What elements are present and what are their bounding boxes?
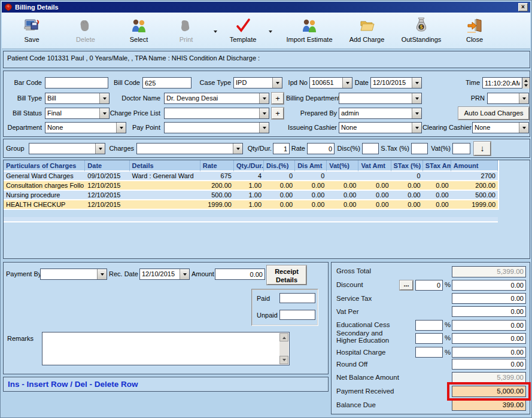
save-button[interactable]: Save [5, 15, 58, 43]
secondary-higher-input[interactable] [452, 333, 526, 344]
table-row[interactable]: Nursing procedure12/10/2015500.001.000.0… [4, 191, 498, 200]
amount-input[interactable] [215, 269, 265, 280]
doctor-name-combo[interactable]: Dr. Devang Desai [164, 93, 269, 104]
dropdown-arrow-icon[interactable] [259, 93, 269, 103]
disc-input[interactable] [362, 143, 379, 154]
col-date[interactable]: Date [85, 160, 129, 172]
select-button[interactable]: Select [113, 15, 165, 43]
discount-value-input[interactable] [452, 280, 526, 291]
dropdown-arrow-icon[interactable] [272, 78, 282, 88]
cell[interactable]: 0.00 [327, 181, 358, 191]
dropdown-arrow-icon[interactable] [95, 144, 105, 154]
educational-cess-pct-input[interactable] [415, 320, 443, 331]
col-vat-pct[interactable]: Vat(%) [327, 160, 358, 172]
spin-down-icon[interactable] [522, 83, 530, 89]
case-type-combo[interactable]: IPD [233, 77, 282, 89]
col-dis-pct[interactable]: Dis.(%) [264, 160, 295, 172]
billing-department-combo[interactable] [339, 93, 422, 104]
discount-more-button[interactable]: ... [400, 280, 413, 290]
col-rate[interactable]: Rate [200, 160, 234, 172]
rate-input[interactable] [307, 143, 335, 154]
prn-combo[interactable] [487, 93, 529, 104]
vat-input[interactable] [452, 143, 470, 154]
paid-input[interactable] [279, 293, 315, 303]
cell[interactable]: 1.00 [234, 191, 264, 200]
dropdown-arrow-icon[interactable] [412, 78, 421, 88]
cell[interactable]: Consultation charges Follo [4, 181, 85, 191]
import-estimate-button[interactable]: Import Estimate [278, 15, 341, 43]
col-particulars[interactable]: Particulars of Charges [4, 160, 85, 172]
time-spinner[interactable] [522, 77, 530, 89]
service-tax-input[interactable] [452, 293, 526, 304]
educational-cess-input[interactable] [452, 320, 526, 331]
auto-load-charges-button[interactable]: Auto Load Charges [458, 107, 529, 120]
cell[interactable]: 0.00 [295, 181, 327, 191]
cell[interactable] [358, 172, 391, 181]
table-row[interactable]: HEALTH CHECKUP12/10/20151999.001.000.000… [4, 200, 498, 210]
close-button[interactable]: Close [449, 15, 500, 43]
col-amount[interactable]: Amount [451, 160, 498, 172]
cell[interactable]: 0.00 [423, 191, 451, 200]
col-details[interactable]: Details [130, 160, 200, 172]
vat-per-input[interactable] [452, 306, 526, 317]
pay-point-combo[interactable] [164, 122, 269, 133]
hospital-charge-input[interactable] [452, 347, 526, 358]
dropdown-arrow-icon[interactable] [412, 93, 421, 103]
cell[interactable]: 0.00 [391, 200, 423, 210]
cell[interactable] [423, 172, 451, 181]
cell[interactable]: 0.00 [264, 181, 295, 191]
add-charge-button[interactable]: Add Charge [341, 15, 393, 43]
cell[interactable]: 1.00 [234, 181, 264, 191]
charge-price-list-combo[interactable] [164, 108, 269, 119]
bar-code-input[interactable] [45, 77, 108, 89]
cell[interactable]: 0.00 [327, 200, 358, 210]
outstandings-button[interactable]: $ OutStandings [393, 15, 449, 43]
cell[interactable]: 4 [234, 172, 264, 181]
cell[interactable]: 0.00 [264, 200, 295, 210]
col-stax-pct[interactable]: STax (%) [391, 160, 423, 172]
cell[interactable] [130, 200, 200, 210]
charges-table[interactable]: Particulars of Charges Date Details Rate… [4, 160, 499, 210]
cell[interactable]: 0.00 [327, 191, 358, 200]
discount-pct-input[interactable] [415, 280, 443, 291]
unpaid-input[interactable] [279, 310, 315, 320]
round-off-input[interactable] [452, 359, 526, 370]
bill-status-combo[interactable]: Final [45, 108, 110, 119]
dropdown-arrow-icon[interactable] [342, 78, 352, 88]
cell[interactable]: Nursing procedure [4, 191, 85, 200]
dropdown-arrow-icon[interactable] [97, 269, 107, 279]
add-row-button[interactable]: ↓ [474, 142, 491, 155]
cell[interactable]: 12/10/2015 [85, 191, 129, 200]
cell[interactable]: 09/10/2015 [85, 172, 129, 181]
spin-up-icon[interactable] [522, 78, 530, 83]
dropdown-arrow-icon[interactable] [99, 93, 109, 103]
cell[interactable]: 0.00 [391, 181, 423, 191]
charges-combo[interactable] [136, 143, 243, 154]
dropdown-arrow-icon[interactable] [180, 269, 189, 279]
dropdown-arrow-icon[interactable] [259, 123, 269, 133]
cell[interactable]: 1999.00 [451, 200, 498, 210]
dropdown-arrow-icon[interactable] [233, 144, 242, 154]
table-row[interactable]: General Ward Charges09/10/2015Ward : Gen… [4, 172, 498, 181]
remarks-box[interactable] [42, 332, 290, 365]
cell[interactable]: 0.00 [391, 191, 423, 200]
print-dropdown-arrow[interactable] [208, 30, 223, 35]
cell[interactable]: 0.00 [295, 191, 327, 200]
template-button[interactable]: Template [223, 15, 263, 43]
bill-code-input[interactable] [142, 77, 191, 89]
template-dropdown-arrow[interactable] [263, 30, 278, 35]
cell[interactable]: 2700 [451, 172, 498, 181]
cell[interactable]: 0.00 [264, 191, 295, 200]
dropdown-arrow-icon[interactable] [412, 123, 421, 133]
cell[interactable]: 1.00 [234, 200, 264, 210]
add-doctor-button[interactable]: + [272, 93, 284, 104]
cell[interactable]: 0.00 [358, 200, 391, 210]
cell[interactable]: Ward : General Ward [130, 172, 200, 181]
cell[interactable]: 675 [200, 172, 234, 181]
cell[interactable]: HEALTH CHECKUP [4, 200, 85, 210]
receipt-details-button[interactable]: Receipt Details [267, 266, 306, 285]
table-row[interactable]: Consultation charges Follo12/10/2015200.… [4, 181, 498, 191]
remarks-textarea[interactable] [42, 332, 279, 364]
secondary-higher-pct-input[interactable] [415, 333, 443, 344]
cell[interactable]: 500.00 [451, 191, 498, 200]
